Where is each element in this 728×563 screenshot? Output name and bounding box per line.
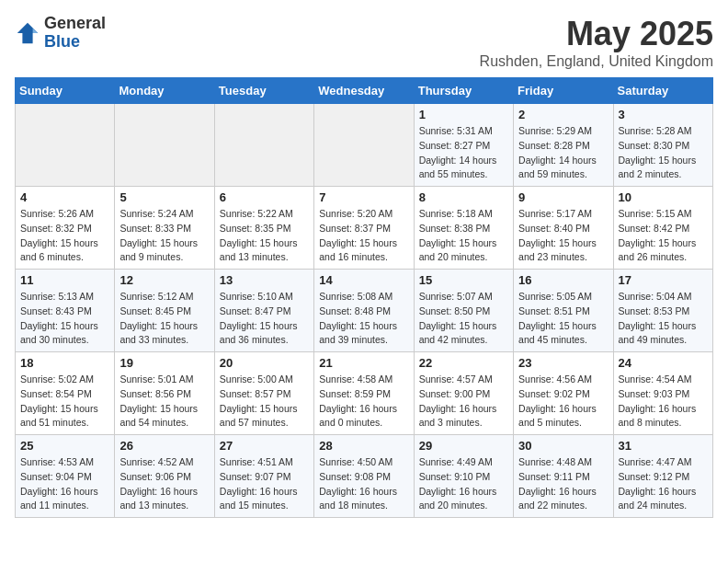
day-info: Sunrise: 4:54 AM Sunset: 9:03 PM Dayligh… xyxy=(619,373,708,431)
calendar-cell: 18Sunrise: 5:02 AM Sunset: 8:54 PM Dayli… xyxy=(16,352,115,435)
day-info: Sunrise: 5:26 AM Sunset: 8:32 PM Dayligh… xyxy=(20,207,109,265)
calendar-cell: 15Sunrise: 5:07 AM Sunset: 8:50 PM Dayli… xyxy=(414,270,513,352)
day-info: Sunrise: 4:52 AM Sunset: 9:06 PM Dayligh… xyxy=(119,455,209,513)
calendar-cell: 11Sunrise: 5:13 AM Sunset: 8:43 PM Dayli… xyxy=(16,270,115,352)
calendar-cell: 31Sunrise: 4:47 AM Sunset: 9:12 PM Dayli… xyxy=(613,435,712,518)
calendar-cell: 30Sunrise: 4:48 AM Sunset: 9:11 PM Dayli… xyxy=(514,435,613,518)
day-info: Sunrise: 5:00 AM Sunset: 8:57 PM Dayligh… xyxy=(220,373,309,431)
day-info: Sunrise: 5:07 AM Sunset: 8:50 PM Dayligh… xyxy=(419,290,508,348)
day-info: Sunrise: 5:10 AM Sunset: 8:47 PM Dayligh… xyxy=(220,290,309,348)
calendar-cell: 22Sunrise: 4:57 AM Sunset: 9:00 PM Dayli… xyxy=(414,352,513,435)
day-number: 9 xyxy=(518,190,608,204)
day-info: Sunrise: 5:22 AM Sunset: 8:35 PM Dayligh… xyxy=(220,207,309,265)
day-info: Sunrise: 5:29 AM Sunset: 8:28 PM Dayligh… xyxy=(518,124,608,182)
week-row-2: 4Sunrise: 5:26 AM Sunset: 8:32 PM Daylig… xyxy=(16,187,713,270)
calendar-cell: 4Sunrise: 5:26 AM Sunset: 8:32 PM Daylig… xyxy=(16,187,115,270)
month-title: May 2025 xyxy=(480,15,713,53)
calendar-cell xyxy=(314,104,414,187)
day-info: Sunrise: 5:13 AM Sunset: 8:43 PM Dayligh… xyxy=(20,290,109,348)
day-number: 10 xyxy=(619,190,708,204)
calendar-cell: 7Sunrise: 5:20 AM Sunset: 8:37 PM Daylig… xyxy=(314,187,414,270)
logo-general-text: General xyxy=(44,15,106,33)
day-number: 3 xyxy=(619,108,708,121)
calendar-cell: 9Sunrise: 5:17 AM Sunset: 8:40 PM Daylig… xyxy=(514,187,613,270)
calendar-cell: 10Sunrise: 5:15 AM Sunset: 8:42 PM Dayli… xyxy=(613,187,712,270)
location-title: Rushden, England, United Kingdom xyxy=(480,53,713,70)
day-number: 15 xyxy=(419,273,508,287)
calendar-cell: 2Sunrise: 5:29 AM Sunset: 8:28 PM Daylig… xyxy=(514,104,613,187)
day-number: 13 xyxy=(220,273,309,287)
weekday-header-saturday: Saturday xyxy=(613,78,712,104)
day-info: Sunrise: 4:53 AM Sunset: 9:04 PM Dayligh… xyxy=(20,455,109,513)
day-info: Sunrise: 5:24 AM Sunset: 8:33 PM Dayligh… xyxy=(119,207,209,265)
logo-icon xyxy=(15,20,40,46)
week-row-4: 18Sunrise: 5:02 AM Sunset: 8:54 PM Dayli… xyxy=(16,352,713,435)
day-info: Sunrise: 4:47 AM Sunset: 9:12 PM Dayligh… xyxy=(619,455,708,513)
calendar-cell xyxy=(214,104,313,187)
day-info: Sunrise: 4:49 AM Sunset: 9:10 PM Dayligh… xyxy=(419,455,508,513)
day-number: 29 xyxy=(419,439,508,453)
day-number: 14 xyxy=(319,273,408,287)
weekday-header-monday: Monday xyxy=(115,78,214,104)
day-number: 22 xyxy=(419,356,508,370)
logo-blue-text: Blue xyxy=(44,33,106,52)
day-info: Sunrise: 5:15 AM Sunset: 8:42 PM Dayligh… xyxy=(619,207,708,265)
calendar-cell: 29Sunrise: 4:49 AM Sunset: 9:10 PM Dayli… xyxy=(414,435,513,518)
calendar-cell: 21Sunrise: 4:58 AM Sunset: 8:59 PM Dayli… xyxy=(314,352,414,435)
calendar-cell: 5Sunrise: 5:24 AM Sunset: 8:33 PM Daylig… xyxy=(115,187,214,270)
day-info: Sunrise: 4:56 AM Sunset: 9:02 PM Dayligh… xyxy=(518,373,608,431)
calendar-cell: 3Sunrise: 5:28 AM Sunset: 8:30 PM Daylig… xyxy=(613,104,712,187)
day-info: Sunrise: 5:18 AM Sunset: 8:38 PM Dayligh… xyxy=(419,207,508,265)
day-number: 30 xyxy=(518,439,608,453)
week-row-3: 11Sunrise: 5:13 AM Sunset: 8:43 PM Dayli… xyxy=(16,270,713,352)
calendar-cell: 12Sunrise: 5:12 AM Sunset: 8:45 PM Dayli… xyxy=(115,270,214,352)
calendar-cell: 19Sunrise: 5:01 AM Sunset: 8:56 PM Dayli… xyxy=(115,352,214,435)
calendar-cell: 8Sunrise: 5:18 AM Sunset: 8:38 PM Daylig… xyxy=(414,187,513,270)
day-number: 27 xyxy=(220,439,309,453)
day-number: 1 xyxy=(419,108,508,121)
day-info: Sunrise: 5:08 AM Sunset: 8:48 PM Dayligh… xyxy=(319,290,408,348)
day-info: Sunrise: 4:57 AM Sunset: 9:00 PM Dayligh… xyxy=(419,373,508,431)
day-info: Sunrise: 5:20 AM Sunset: 8:37 PM Dayligh… xyxy=(319,207,408,265)
calendar-cell: 25Sunrise: 4:53 AM Sunset: 9:04 PM Dayli… xyxy=(16,435,115,518)
calendar-cell: 17Sunrise: 5:04 AM Sunset: 8:53 PM Dayli… xyxy=(613,270,712,352)
day-info: Sunrise: 5:31 AM Sunset: 8:27 PM Dayligh… xyxy=(419,124,508,182)
week-row-5: 25Sunrise: 4:53 AM Sunset: 9:04 PM Dayli… xyxy=(16,435,713,518)
day-info: Sunrise: 4:50 AM Sunset: 9:08 PM Dayligh… xyxy=(319,455,408,513)
day-number: 16 xyxy=(518,273,608,287)
svg-marker-1 xyxy=(33,28,39,33)
day-number: 23 xyxy=(518,356,608,370)
calendar-cell: 20Sunrise: 5:00 AM Sunset: 8:57 PM Dayli… xyxy=(214,352,313,435)
day-info: Sunrise: 5:01 AM Sunset: 8:56 PM Dayligh… xyxy=(119,373,209,431)
day-info: Sunrise: 5:05 AM Sunset: 8:51 PM Dayligh… xyxy=(518,290,608,348)
day-number: 18 xyxy=(20,356,109,370)
weekday-header-wednesday: Wednesday xyxy=(314,78,414,104)
calendar-cell: 6Sunrise: 5:22 AM Sunset: 8:35 PM Daylig… xyxy=(214,187,313,270)
calendar-cell xyxy=(115,104,214,187)
calendar-cell: 24Sunrise: 4:54 AM Sunset: 9:03 PM Dayli… xyxy=(613,352,712,435)
day-number: 24 xyxy=(619,356,708,370)
calendar-table: SundayMondayTuesdayWednesdayThursdayFrid… xyxy=(15,77,713,518)
week-row-1: 1Sunrise: 5:31 AM Sunset: 8:27 PM Daylig… xyxy=(16,104,713,187)
day-info: Sunrise: 4:51 AM Sunset: 9:07 PM Dayligh… xyxy=(220,455,309,513)
day-number: 4 xyxy=(20,190,109,204)
calendar-cell: 13Sunrise: 5:10 AM Sunset: 8:47 PM Dayli… xyxy=(214,270,313,352)
weekday-header-sunday: Sunday xyxy=(16,78,115,104)
day-number: 12 xyxy=(119,273,209,287)
calendar-cell: 1Sunrise: 5:31 AM Sunset: 8:27 PM Daylig… xyxy=(414,104,513,187)
day-number: 17 xyxy=(619,273,708,287)
day-number: 7 xyxy=(319,190,408,204)
day-number: 20 xyxy=(220,356,309,370)
day-number: 28 xyxy=(319,439,408,453)
page-header: General Blue May 2025 Rushden, England, … xyxy=(15,15,713,70)
logo: General Blue xyxy=(15,15,106,52)
calendar-cell xyxy=(16,104,115,187)
day-info: Sunrise: 5:12 AM Sunset: 8:45 PM Dayligh… xyxy=(119,290,209,348)
title-area: May 2025 Rushden, England, United Kingdo… xyxy=(480,15,713,70)
day-number: 19 xyxy=(119,356,209,370)
day-info: Sunrise: 4:58 AM Sunset: 8:59 PM Dayligh… xyxy=(319,373,408,431)
day-number: 31 xyxy=(619,439,708,453)
calendar-cell: 14Sunrise: 5:08 AM Sunset: 8:48 PM Dayli… xyxy=(314,270,414,352)
day-info: Sunrise: 5:04 AM Sunset: 8:53 PM Dayligh… xyxy=(619,290,708,348)
day-number: 2 xyxy=(518,108,608,121)
